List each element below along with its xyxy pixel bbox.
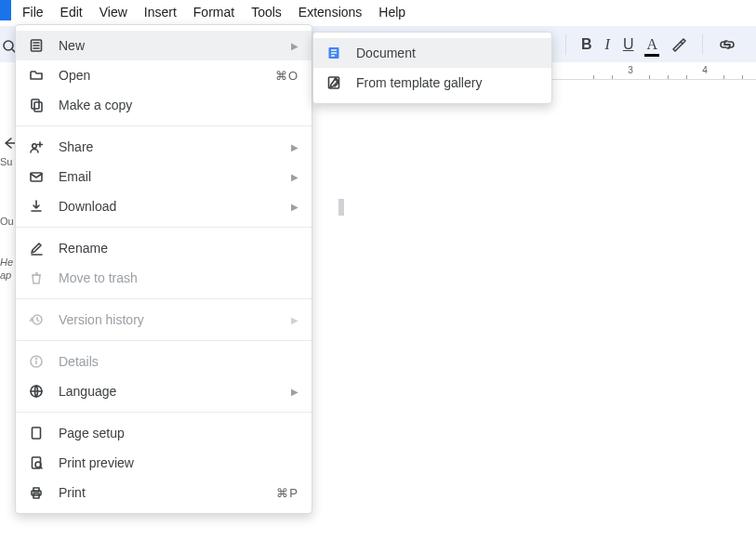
menu-separator xyxy=(16,412,312,413)
insert-link-button[interactable] xyxy=(718,35,736,54)
svg-rect-6 xyxy=(32,99,39,109)
menubar: File Edit View Insert Format Tools Exten… xyxy=(11,0,417,24)
menu-item-shortcut: ⌘O xyxy=(275,69,298,83)
email-icon xyxy=(27,169,46,184)
menu-view[interactable]: View xyxy=(92,1,135,23)
ruler-mark: 4 xyxy=(702,65,708,75)
sidebar-outline-label: Ou xyxy=(0,216,14,227)
submenu-caret-icon: ▶ xyxy=(291,315,298,325)
underline-button[interactable]: U xyxy=(623,36,634,53)
toolbar-separator xyxy=(702,34,703,55)
page-setup-icon xyxy=(27,426,46,440)
highlighter-icon xyxy=(670,36,687,53)
ruler-mark: 3 xyxy=(628,65,633,75)
menu-item-shortcut: ⌘P xyxy=(276,486,298,500)
sidebar-hint-line2: ap xyxy=(0,270,11,281)
link-icon xyxy=(718,35,736,54)
menu-item-version-history: Version history ▶ xyxy=(16,305,312,335)
document-canvas[interactable] xyxy=(240,80,756,539)
menu-item-open[interactable]: Open ⌘O xyxy=(16,60,312,90)
trash-icon xyxy=(27,270,46,285)
submenu-caret-icon: ▶ xyxy=(291,172,298,182)
svg-point-16 xyxy=(35,358,37,360)
submenu-item-from-template[interactable]: From template gallery xyxy=(313,68,551,98)
italic-button[interactable]: I xyxy=(605,36,610,53)
menu-separator xyxy=(16,227,312,228)
sidebar-hint-line1: He xyxy=(0,256,13,268)
menu-item-label: Print preview xyxy=(59,455,298,470)
menu-item-label: Email xyxy=(59,169,278,184)
toolbar-separator xyxy=(565,34,566,55)
submenu-caret-icon: ▶ xyxy=(291,41,298,51)
text-cursor xyxy=(338,199,344,216)
menu-item-print-preview[interactable]: Print preview xyxy=(16,448,312,478)
menu-item-label: Move to trash xyxy=(59,270,298,285)
text-color-button[interactable]: A xyxy=(646,37,657,52)
menu-item-label: Version history xyxy=(59,312,278,327)
file-dropdown: New ▶ Open ⌘O Make a copy Share ▶ Email … xyxy=(15,24,312,514)
print-preview-icon xyxy=(27,455,46,470)
menu-item-label: Make a copy xyxy=(59,98,298,112)
menu-edit[interactable]: Edit xyxy=(53,1,90,23)
menu-item-label: Document xyxy=(356,46,538,60)
folder-icon xyxy=(27,68,46,83)
menu-item-label: New xyxy=(59,38,278,53)
menu-separator xyxy=(16,298,312,299)
submenu-caret-icon: ▶ xyxy=(291,202,298,212)
history-icon xyxy=(27,312,46,327)
menu-item-make-copy[interactable]: Make a copy xyxy=(16,90,312,120)
bold-button[interactable]: B xyxy=(581,36,592,53)
menu-item-download[interactable]: Download ▶ xyxy=(16,191,312,221)
svg-rect-23 xyxy=(33,488,39,492)
submenu-caret-icon: ▶ xyxy=(291,142,298,152)
template-icon xyxy=(325,75,343,90)
menu-file[interactable]: File xyxy=(15,1,51,23)
info-icon xyxy=(27,354,46,369)
download-icon xyxy=(27,199,46,214)
new-submenu: Document From template gallery xyxy=(312,32,552,104)
menu-item-rename[interactable]: Rename xyxy=(16,233,312,263)
document-icon xyxy=(27,38,46,53)
menu-insert[interactable]: Insert xyxy=(137,1,184,23)
menu-extensions[interactable]: Extensions xyxy=(291,1,369,23)
rename-icon xyxy=(27,241,46,256)
svg-rect-7 xyxy=(34,102,42,112)
menu-item-email[interactable]: Email ▶ xyxy=(16,162,312,191)
menu-item-share[interactable]: Share ▶ xyxy=(16,132,312,162)
svg-rect-18 xyxy=(33,427,41,439)
app-corner xyxy=(0,0,11,20)
menu-help[interactable]: Help xyxy=(371,1,413,23)
docs-icon xyxy=(325,46,343,60)
copy-icon xyxy=(27,98,46,112)
menu-item-label: From template gallery xyxy=(356,75,538,90)
menu-tools[interactable]: Tools xyxy=(244,1,289,23)
menu-item-label: Open xyxy=(59,68,262,83)
submenu-caret-icon: ▶ xyxy=(291,387,298,397)
menu-item-print[interactable]: Print ⌘P xyxy=(16,478,312,507)
menu-item-language[interactable]: Language ▶ xyxy=(16,376,312,406)
menu-item-label: Page setup xyxy=(59,426,298,440)
menu-item-label: Share xyxy=(59,139,278,154)
share-icon xyxy=(27,139,46,154)
menu-item-page-setup[interactable]: Page setup xyxy=(16,418,312,448)
highlight-button[interactable] xyxy=(670,36,687,53)
menu-item-label: Print xyxy=(59,485,263,500)
menu-item-label: Language xyxy=(59,384,278,399)
globe-icon xyxy=(27,384,46,399)
print-icon xyxy=(27,485,46,500)
menu-item-details: Details xyxy=(16,347,312,376)
menu-item-label: Download xyxy=(59,199,278,214)
submenu-item-document[interactable]: Document xyxy=(313,38,551,68)
menu-separator xyxy=(16,125,312,126)
menu-item-new[interactable]: New ▶ xyxy=(16,31,312,60)
svg-point-8 xyxy=(33,144,37,149)
menu-separator xyxy=(16,340,312,341)
menu-item-label: Rename xyxy=(59,241,298,256)
menu-format[interactable]: Format xyxy=(186,1,242,23)
menu-item-label: Details xyxy=(59,354,298,369)
menu-item-move-to-trash: Move to trash xyxy=(16,263,312,293)
sidebar-summary-label: Su xyxy=(0,156,12,167)
